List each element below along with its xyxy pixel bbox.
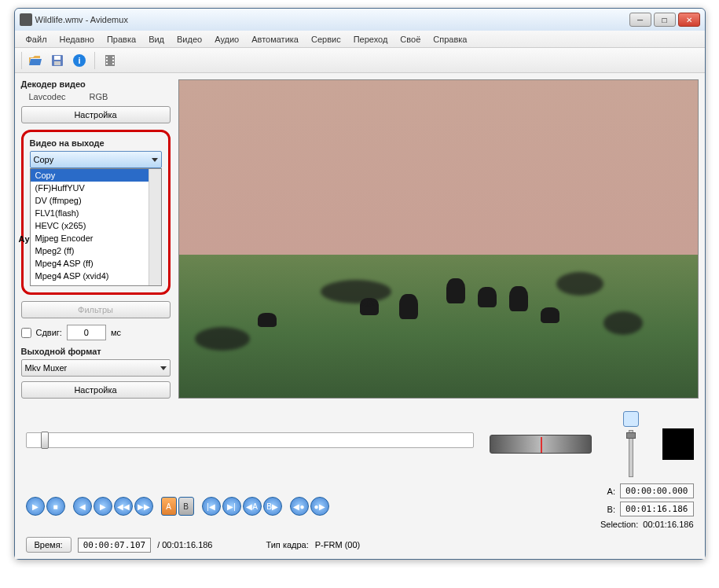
video-preview[interactable]	[178, 79, 699, 399]
menu-tools[interactable]: Сервис	[305, 32, 347, 46]
video-output-title: Видео на выходе	[30, 138, 162, 148]
menu-video[interactable]: Видео	[171, 32, 208, 46]
goto-marker-b-button[interactable]: B▶	[263, 497, 282, 516]
volume-icon[interactable]	[623, 411, 639, 427]
prev-keyframe-button[interactable]: ◀◀	[114, 497, 133, 516]
prev-frame-button[interactable]: ◀	[73, 497, 92, 516]
dropdown-option[interactable]: FLV1(flash)	[31, 207, 149, 219]
goto-marker-a-button[interactable]: ◀A	[243, 497, 262, 516]
dropdown-option[interactable]: Copy	[31, 169, 149, 182]
svg-rect-10	[112, 60, 114, 61]
menu-audio[interactable]: Аудио	[208, 32, 245, 46]
decoder-name: Lavcodec	[29, 92, 66, 101]
sidebar: Декодер видео Lavcodec RGB Настройка Вид…	[21, 79, 171, 399]
menu-file[interactable]: Файл	[20, 32, 53, 46]
toolbar: i	[15, 48, 705, 73]
shift-unit: мс	[111, 328, 121, 337]
video-area	[178, 79, 699, 399]
jog-wheel[interactable]	[490, 435, 592, 454]
dropdown-option[interactable]: Mpeg4 ASP (xvid4)	[31, 270, 149, 282]
audio-prefix: Ау	[19, 234, 30, 244]
decoder-color: RGB	[90, 92, 108, 101]
stop-button[interactable]: ■	[46, 497, 65, 516]
svg-rect-9	[112, 57, 114, 58]
timeline-slider[interactable]	[26, 432, 474, 448]
output-format-title: Выходной формат	[21, 347, 171, 356]
current-time[interactable]: 00:00:07.107	[78, 538, 151, 553]
info-icon[interactable]: i	[71, 52, 88, 69]
menu-edit[interactable]: Правка	[101, 32, 142, 46]
video-output-highlight: Видео на выходе Copy Copy (FF)HuffYUV DV…	[21, 130, 171, 295]
total-time: / 00:01:16.186	[157, 540, 212, 549]
shift-value-input[interactable]: 0	[67, 325, 106, 340]
output-config-button[interactable]: Настройка	[21, 381, 171, 399]
next-keyframe-button[interactable]: ▶▶	[134, 497, 153, 516]
video-output-selected: Copy	[34, 155, 54, 164]
menu-bar: Файл Недавно Правка Вид Видео Аудио Авто…	[15, 31, 705, 48]
minimize-button[interactable]: ─	[629, 13, 651, 27]
set-marker-b-button[interactable]: B	[178, 497, 194, 516]
shift-label: Сдвиг:	[36, 328, 62, 337]
open-icon[interactable]	[27, 52, 44, 69]
title-bar[interactable]: Wildlife.wmv - Avidemux ─ □ ✕	[15, 9, 705, 31]
dropdown-option[interactable]: Mpeg4 ASP (ff)	[31, 257, 149, 270]
maximize-button[interactable]: □	[654, 13, 676, 27]
svg-rect-1	[54, 56, 61, 60]
goto-start-button[interactable]: |◀	[202, 497, 221, 516]
close-button[interactable]: ✕	[678, 13, 700, 27]
menu-go[interactable]: Переход	[347, 32, 394, 46]
set-marker-a-button[interactable]: A	[161, 497, 177, 516]
svg-rect-6	[106, 57, 108, 58]
chevron-down-icon	[160, 366, 167, 370]
svg-rect-7	[106, 60, 108, 61]
menu-view[interactable]: Вид	[142, 32, 171, 46]
selection-label: Selection:	[600, 520, 638, 529]
time-button[interactable]: Время:	[26, 537, 72, 553]
a-label: A:	[607, 487, 615, 496]
a-time[interactable]: 00:00:00.000	[620, 483, 693, 498]
svg-rect-11	[112, 63, 114, 64]
output-format-value: Mkv Muxer	[25, 363, 68, 373]
dropdown-option[interactable]: (FF)HuffYUV	[31, 182, 149, 194]
dropdown-option[interactable]: Mpeg2 (ff)	[31, 244, 149, 257]
menu-custom[interactable]: Своё	[394, 32, 427, 46]
filters-button[interactable]: Фильтры	[21, 301, 171, 318]
output-format-combo[interactable]: Mkv Muxer	[21, 359, 171, 377]
film-icon[interactable]	[101, 52, 119, 69]
b-time[interactable]: 00:01:16.186	[620, 502, 693, 516]
ab-panel: A: 00:00:00.000 B: 00:01:16.186 Selectio…	[600, 483, 694, 529]
app-icon	[20, 13, 32, 26]
svg-rect-2	[54, 61, 61, 65]
svg-rect-8	[106, 63, 108, 64]
selection-time: 00:01:16.186	[643, 520, 693, 529]
prev-black-button[interactable]: ◀●	[290, 497, 309, 516]
next-frame-button[interactable]: ▶	[94, 497, 112, 516]
frame-type: P-FRM (00)	[315, 540, 360, 549]
dropdown-option[interactable]: Mjpeg Encoder	[31, 232, 149, 244]
b-label: B:	[607, 505, 615, 514]
chevron-down-icon	[152, 158, 158, 162]
shift-checkbox[interactable]	[21, 328, 31, 338]
video-output-combo[interactable]: Copy	[30, 151, 162, 168]
transport-controls: ▶ ■ ◀ ▶ ◀◀ ▶▶ A B |◀ ▶| ◀A B▶ ◀● ●▶	[26, 497, 329, 516]
dropdown-option[interactable]: DV (ffmpeg)	[31, 194, 149, 207]
svg-text:i: i	[78, 56, 80, 65]
dropdown-scrollbar[interactable]	[149, 169, 161, 285]
dropdown-option[interactable]: HEVC (x265)	[31, 219, 149, 232]
window-title: Wildlife.wmv - Avidemux	[35, 15, 629, 24]
menu-help[interactable]: Справка	[427, 32, 473, 46]
next-black-button[interactable]: ●▶	[310, 497, 329, 516]
preview-thumbnail	[662, 428, 694, 460]
menu-recent[interactable]: Недавно	[53, 32, 101, 46]
dropdown-option[interactable]: Mpeg4 AVC (x264)	[31, 282, 149, 286]
play-button[interactable]: ▶	[26, 497, 45, 516]
save-icon[interactable]	[49, 52, 66, 69]
goto-end-button[interactable]: ▶|	[222, 497, 241, 516]
bottom-panel: ▶ ■ ◀ ▶ ◀◀ ▶▶ A B |◀ ▶| ◀A B▶ ◀● ●▶	[15, 405, 705, 559]
app-window: Wildlife.wmv - Avidemux ─ □ ✕ Файл Недав…	[14, 8, 706, 560]
decoder-title: Декодер видео	[21, 79, 171, 89]
timeline-thumb[interactable]	[41, 432, 49, 449]
decoder-config-button[interactable]: Настройка	[21, 106, 171, 123]
menu-auto[interactable]: Автоматика	[245, 32, 305, 46]
volume-slider[interactable]	[629, 430, 633, 477]
